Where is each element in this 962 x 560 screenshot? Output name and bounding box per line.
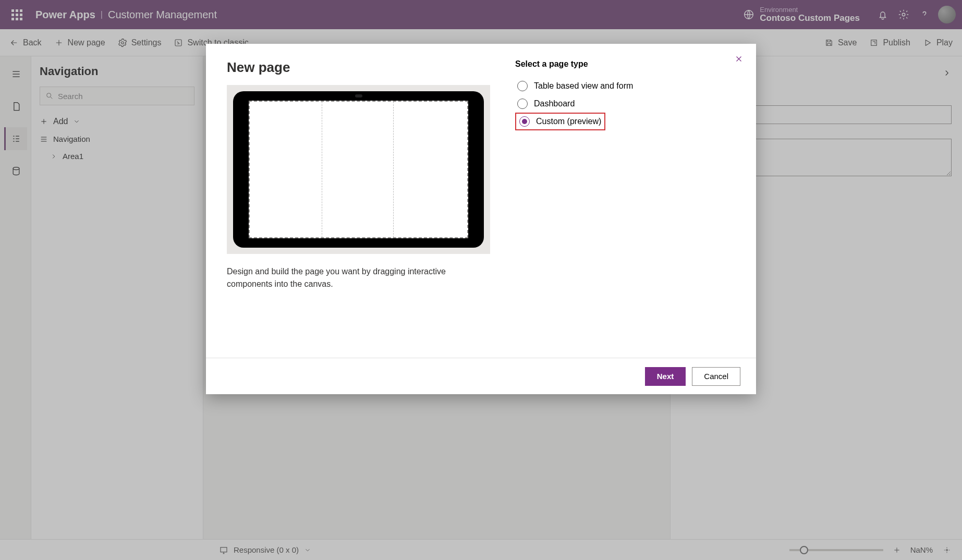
radio-table-based[interactable]: Table based view and form (515, 77, 735, 95)
cancel-button[interactable]: Cancel (692, 367, 740, 386)
page-preview (227, 85, 490, 254)
radio-custom-label: Custom (preview) (536, 117, 601, 126)
close-icon (734, 54, 744, 64)
radio-custom-preview[interactable]: Custom (preview) (515, 113, 605, 130)
modal-overlay: New page Design and build the page you w… (0, 0, 962, 560)
modal-description: Design and build the page you want by dr… (227, 265, 490, 290)
radio-dashboard[interactable]: Dashboard (515, 95, 735, 113)
radio-icon (517, 99, 528, 109)
modal-title: New page (227, 59, 490, 76)
radio-dashboard-label: Dashboard (534, 99, 575, 108)
radio-table-label: Table based view and form (534, 81, 633, 91)
next-button[interactable]: Next (645, 367, 686, 386)
radio-icon (517, 81, 528, 91)
modal-close-button[interactable] (734, 54, 744, 66)
new-page-modal: New page Design and build the page you w… (206, 44, 756, 394)
radio-icon (519, 116, 530, 127)
page-type-heading: Select a page type (515, 59, 735, 69)
modal-footer: Next Cancel (206, 358, 756, 394)
